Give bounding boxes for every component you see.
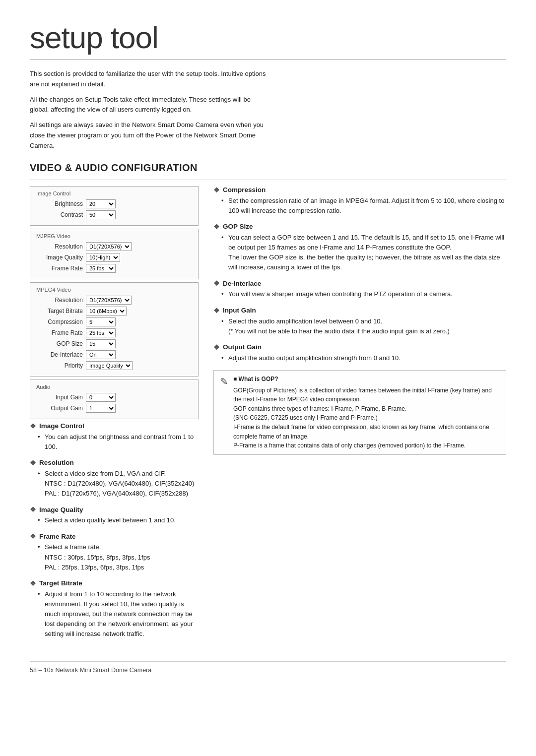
config-row: ResolutionD1(720X576) [36, 242, 192, 251]
bullet-section-title: ❖ Output Gain [213, 343, 506, 351]
config-panel-title: Audio [36, 384, 192, 390]
config-row-select[interactable]: Image Quality [86, 361, 133, 370]
bullet-item: Select the audio amplification level bet… [221, 316, 506, 336]
bullet-section-title: ❖ Compression [213, 186, 506, 194]
config-row: De-InterlaceOn [36, 350, 192, 359]
note-content: ■ What is GOP? GOP(Group of Pictures) is… [233, 375, 500, 450]
bullet-section-target-bitrate: ❖ Target BitrateAdjust it from 1 to 10 a… [30, 579, 199, 639]
config-row-label: Target Bitrate [36, 308, 86, 315]
config-row-select[interactable]: 10 (6Mbps) [86, 307, 127, 315]
bullet-item: Select a video size from D1, VGA and CIF… [38, 469, 199, 499]
diamond-icon: ❖ [213, 223, 220, 231]
bullet-section-title: ❖ GOP Size [213, 223, 506, 231]
config-row-label: Contrast [36, 211, 86, 218]
config-row-select[interactable]: 0 [86, 393, 116, 402]
config-row-select[interactable]: 25 fps [86, 264, 116, 273]
config-row-select[interactable]: On [86, 350, 116, 359]
diamond-icon: ❖ [30, 532, 36, 540]
bullet-section-title: ❖ Target Bitrate [30, 579, 199, 587]
bullet-section-image-quality: ❖ Image QualitySelect a video quality le… [30, 505, 199, 525]
bullet-item: You can select a GOP size between 1 and … [221, 233, 506, 273]
bullet-section-gop-size: ❖ GOP SizeYou can select a GOP size betw… [213, 223, 506, 273]
diamond-icon: ❖ [213, 186, 220, 194]
config-panel-mpeg4-video: MPEG4 VideoResolutionD1(720X576)Target B… [30, 282, 199, 377]
config-row-select[interactable]: 1 [86, 404, 116, 413]
config-panel-audio: AudioInput Gain0Output Gain1 [30, 379, 199, 419]
bullet-section-title: ❖ Resolution [30, 459, 199, 467]
config-row-label: Brightness [36, 200, 86, 207]
config-row: Image Quality10(High) [36, 253, 192, 262]
config-row: Output Gain1 [36, 404, 192, 413]
config-row: Target Bitrate10 (6Mbps) [36, 307, 192, 315]
intro-para-3: All settings are always saved in the Net… [30, 120, 268, 151]
diamond-icon: ❖ [213, 279, 220, 287]
config-row-select[interactable]: 50 [86, 210, 116, 219]
right-sections: ❖ CompressionSet the compression ratio o… [213, 186, 506, 363]
bullet-section-compression: ❖ CompressionSet the compression ratio o… [213, 186, 506, 216]
bullet-item: Select a video quality level between 1 a… [38, 515, 199, 525]
config-panel-image-control: Image ControlBrightness20Contrast50 [30, 186, 199, 226]
note-icon: ✎ [220, 376, 228, 450]
config-row-label: Compression [36, 318, 86, 325]
bullet-item: Adjust the audio output amplification st… [221, 353, 506, 363]
config-row-select[interactable]: D1(720X576) [86, 296, 132, 305]
config-panel-mjpeg-video: MJPEG VideoResolutionD1(720X576)Image Qu… [30, 229, 199, 279]
bullet-section-resolution: ❖ ResolutionSelect a video size from D1,… [30, 459, 199, 499]
config-row: Input Gain0 [36, 393, 192, 402]
right-column: ❖ CompressionSet the compression ratio o… [213, 186, 506, 646]
bullet-item: You will view a sharper image when contr… [221, 289, 506, 299]
bullet-section-title: ❖ Image Quality [30, 505, 199, 513]
config-row-select[interactable]: 25 fps [86, 328, 116, 337]
config-row-select[interactable]: 15 [86, 339, 116, 348]
bullet-item: Select a frame rate.NTSC : 30fps, 15fps,… [38, 542, 199, 572]
bullet-item: Adjust it from 1 to 10 according to the … [38, 589, 199, 639]
note-title: ■ What is GOP? [233, 375, 500, 384]
bullet-item: You can adjust the brightness and contra… [38, 432, 199, 452]
bullet-item: Set the compression ratio of an image in… [221, 196, 506, 216]
config-row-label: GOP Size [36, 340, 86, 347]
config-panels: Image ControlBrightness20Contrast50MJPEG… [30, 186, 199, 419]
config-row-label: Resolution [36, 297, 86, 304]
config-row: Frame Rate25 fps [36, 264, 192, 273]
diamond-icon: ❖ [30, 579, 36, 587]
bullet-section-title: ❖ De-Interlace [213, 279, 506, 287]
config-row-label: Priority [36, 362, 86, 369]
note-box: ✎ ■ What is GOP? GOP(Group of Pictures) … [213, 370, 506, 455]
config-panel-title: MPEG4 Video [36, 287, 192, 293]
config-panel-title: Image Control [36, 190, 192, 196]
config-row: Frame Rate25 fps [36, 328, 192, 337]
config-row: Contrast50 [36, 210, 192, 219]
note-text: GOP(Group of Pictures) is a collection o… [233, 386, 500, 450]
section-header: VIDEO & AUDIO CONFIGURATION [30, 162, 506, 174]
diamond-icon: ❖ [30, 505, 36, 513]
config-row: ResolutionD1(720X576) [36, 296, 192, 305]
config-row-label: Resolution [36, 243, 86, 250]
config-panel-title: MJPEG Video [36, 233, 192, 239]
diamond-icon: ❖ [213, 343, 220, 351]
config-row-label: Frame Rate [36, 329, 86, 336]
intro-para-1: This section is provided to familiarize … [30, 69, 268, 90]
bullet-section-title: ❖ Image Control [30, 422, 199, 430]
config-row-select[interactable]: 20 [86, 199, 116, 208]
left-sections: ❖ Image ControlYou can adjust the bright… [30, 422, 199, 639]
config-row-select[interactable]: D1(720X576) [86, 242, 132, 251]
bullet-section-output-gain: ❖ Output GainAdjust the audio output amp… [213, 343, 506, 363]
bullet-section-input-gain: ❖ Input GainSelect the audio amplificati… [213, 307, 506, 336]
diamond-icon: ❖ [30, 459, 36, 467]
config-row-select[interactable]: 10(High) [86, 253, 120, 262]
bullet-section-title: ❖ Input Gain [213, 307, 506, 315]
config-row-select[interactable]: 5 [86, 317, 116, 326]
config-row-label: Frame Rate [36, 265, 86, 272]
left-column: Image ControlBrightness20Contrast50MJPEG… [30, 186, 199, 646]
bullet-section-title: ❖ Frame Rate [30, 532, 199, 540]
bullet-section-de-interlace: ❖ De-InterlaceYou will view a sharper im… [213, 279, 506, 299]
diamond-icon: ❖ [213, 307, 220, 315]
config-row-label: Input Gain [36, 394, 86, 401]
config-row-label: Image Quality [36, 254, 86, 261]
page-title: setup tool [30, 20, 506, 60]
config-row: Brightness20 [36, 199, 192, 208]
config-row: PriorityImage Quality [36, 361, 192, 370]
config-row: GOP Size15 [36, 339, 192, 348]
bullet-section-frame-rate: ❖ Frame RateSelect a frame rate.NTSC : 3… [30, 532, 199, 572]
bullet-section-image-control: ❖ Image ControlYou can adjust the bright… [30, 422, 199, 452]
